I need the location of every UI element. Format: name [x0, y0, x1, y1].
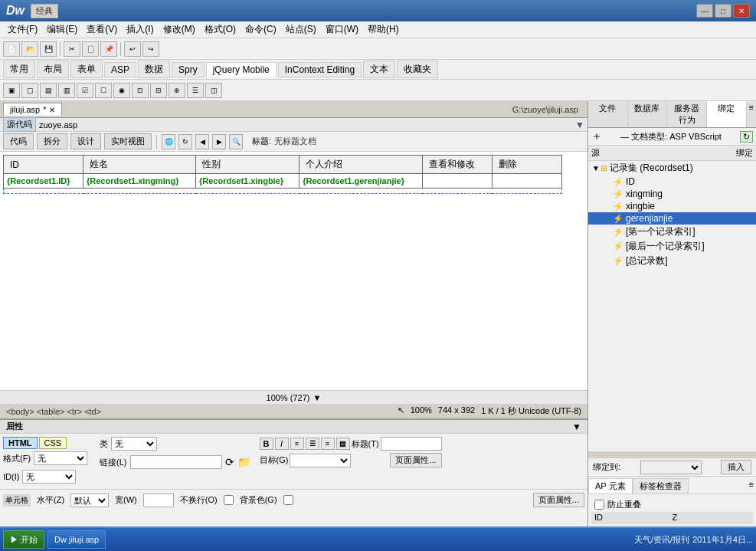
- minimize-button[interactable]: —: [696, 4, 713, 18]
- class-select[interactable]: 无: [111, 437, 157, 451]
- toolbar-cut[interactable]: ✂: [64, 41, 80, 57]
- title-input[interactable]: [381, 437, 442, 451]
- nowrap-checkbox[interactable]: [224, 495, 234, 505]
- menu-format[interactable]: 格式(O): [200, 21, 241, 38]
- menu-modify[interactable]: 修改(M): [159, 21, 200, 38]
- align-left-btn[interactable]: ≡: [290, 438, 304, 450]
- taskbar-dw[interactable]: Dw jiluji.asp: [47, 530, 106, 549]
- design-view-btn[interactable]: 设计: [70, 133, 101, 149]
- toolbar-redo[interactable]: ↪: [142, 41, 159, 57]
- rp-tab-files[interactable]: 文件: [588, 101, 628, 127]
- jqm-btn10[interactable]: ⊕: [169, 83, 185, 98]
- refresh-btn[interactable]: ↻: [178, 134, 192, 149]
- tab-incontext[interactable]: InContext Editing: [278, 62, 362, 77]
- align-right-btn[interactable]: ≡: [321, 438, 335, 450]
- tree-item-gerenjianjie[interactable]: ⚡ gerenjianjie: [588, 212, 756, 225]
- tree-item-xingbie[interactable]: ⚡ xingbie: [588, 200, 756, 212]
- jqm-btn6[interactable]: ☐: [95, 83, 112, 98]
- width-input[interactable]: [143, 494, 174, 507]
- hz-select[interactable]: 默认: [70, 494, 109, 507]
- tab-text[interactable]: 文本: [363, 61, 395, 78]
- toolbar-new[interactable]: 📄: [3, 41, 20, 57]
- rp-tab-bind[interactable]: 绑定: [707, 101, 747, 127]
- css-btn[interactable]: CSS: [39, 437, 67, 449]
- menu-help[interactable]: 帮助(H): [363, 21, 404, 38]
- doc-tab-jiluji[interactable]: jiluji.asp* ✕: [3, 103, 62, 116]
- ap-tab-tag[interactable]: 标签检查器: [633, 478, 689, 494]
- rp-tab-server[interactable]: 服务器行为: [667, 101, 707, 127]
- id-select[interactable]: 无: [22, 470, 76, 484]
- code-view-btn[interactable]: 代码: [3, 133, 34, 149]
- align-center-btn[interactable]: ☰: [306, 438, 319, 450]
- tab-asp[interactable]: ASP: [104, 62, 136, 77]
- taskbar-item1[interactable]: 天气/资讯/报刊: [634, 534, 689, 546]
- zoom-btn[interactable]: 🔍: [229, 134, 243, 149]
- toolbar-undo[interactable]: ↩: [124, 41, 141, 57]
- nav-btn[interactable]: ◀: [195, 134, 209, 149]
- bind-to-select[interactable]: [640, 461, 702, 474]
- doc-tab-close[interactable]: ✕: [49, 106, 55, 114]
- ap-tab-elements[interactable]: AP 元素: [588, 478, 633, 494]
- split-view-btn[interactable]: 拆分: [37, 133, 67, 149]
- jqm-btn8[interactable]: ⊡: [132, 83, 149, 98]
- italic-btn[interactable]: I: [275, 438, 289, 450]
- workspace-menu[interactable]: 经典: [31, 4, 58, 18]
- tab-form[interactable]: 表单: [70, 61, 103, 78]
- menu-command[interactable]: 命令(C): [241, 21, 281, 38]
- refresh-bind-btn[interactable]: ↻: [740, 131, 753, 143]
- tree-expand-icon[interactable]: ▼: [591, 164, 601, 172]
- page-props-btn2[interactable]: 页面属性...: [533, 493, 584, 507]
- align-justify-btn[interactable]: ▤: [336, 438, 350, 450]
- live-view-btn[interactable]: 实时视图: [104, 133, 152, 149]
- menu-window[interactable]: 窗口(W): [321, 21, 363, 38]
- toolbar-paste[interactable]: 📌: [100, 41, 117, 57]
- menu-insert[interactable]: 插入(I): [122, 21, 158, 38]
- tab-data[interactable]: 数据: [138, 61, 170, 78]
- tree-item-id[interactable]: ⚡ ID: [588, 175, 756, 188]
- jqm-btn9[interactable]: ⊟: [150, 83, 167, 98]
- nav-fwd-btn[interactable]: ▶: [212, 134, 226, 149]
- tab-jquery-mobile[interactable]: jQuery Mobile: [206, 62, 277, 77]
- tab-layout[interactable]: 布局: [37, 61, 69, 78]
- jqm-btn3[interactable]: ▤: [40, 83, 57, 98]
- maximize-button[interactable]: □: [715, 4, 731, 18]
- props-collapse-icon[interactable]: ▼: [572, 421, 581, 432]
- rp-tab-db[interactable]: 数据库: [628, 101, 668, 127]
- jqm-btn12[interactable]: ◫: [205, 83, 222, 98]
- menu-edit[interactable]: 编辑(E): [42, 21, 82, 38]
- toolbar-copy[interactable]: 📋: [82, 41, 99, 57]
- filter-icon[interactable]: ▼: [575, 120, 584, 130]
- target-select[interactable]: [290, 454, 351, 467]
- tree-root[interactable]: ▼ ⊞ 记录集 (Recordset1): [588, 161, 756, 175]
- add-bind-btn[interactable]: ＋: [591, 130, 602, 143]
- insert-bind-btn[interactable]: 插入: [721, 460, 751, 474]
- table-row[interactable]: {Recordset1.ID} {Recordset1.xingming} {R…: [4, 174, 562, 189]
- page-props-btn[interactable]: 页面属性...: [390, 453, 441, 467]
- jqm-btn11[interactable]: ☰: [187, 83, 204, 98]
- menu-site[interactable]: 站点(S): [281, 21, 321, 38]
- jqm-btn2[interactable]: ▢: [21, 83, 38, 98]
- tree-item-first[interactable]: ⚡ [第一个记录索引]: [588, 225, 756, 239]
- taskbar-item2[interactable]: 2011年1月4日...: [692, 534, 753, 546]
- link-input[interactable]: [130, 455, 222, 469]
- format-select[interactable]: 无: [34, 451, 87, 465]
- design-view[interactable]: ID 姓名 性别 个人介绍 查看和修改 删除 {Recordset1.ID}: [0, 152, 587, 390]
- jqm-btn5[interactable]: ☑: [77, 83, 93, 98]
- start-btn[interactable]: ▶ 开始: [3, 530, 44, 549]
- bold-btn[interactable]: B: [260, 438, 273, 450]
- menu-view[interactable]: 查看(V): [82, 21, 122, 38]
- folder-icon[interactable]: 📁: [237, 456, 250, 468]
- bind-tree[interactable]: ▼ ⊞ 记录集 (Recordset1) ⚡ ID ⚡ xingming ⚡: [588, 161, 756, 451]
- jqm-btn1[interactable]: ▣: [3, 83, 20, 98]
- rp-menu-icon[interactable]: ≡: [747, 101, 756, 127]
- bg-checkbox[interactable]: [283, 495, 293, 505]
- tab-favorites[interactable]: 收藏夹: [397, 61, 438, 78]
- html-btn[interactable]: HTML: [3, 437, 38, 449]
- toolbar-open[interactable]: 📂: [21, 41, 38, 57]
- toolbar-save[interactable]: 💾: [40, 41, 57, 57]
- tab-common[interactable]: 常用: [3, 61, 35, 78]
- tab-spry[interactable]: Spry: [172, 62, 205, 77]
- link-icon[interactable]: ⟳: [225, 456, 234, 468]
- jqm-btn7[interactable]: ◉: [113, 83, 130, 98]
- tree-item-last[interactable]: ⚡ [最后一个记录索引]: [588, 239, 756, 254]
